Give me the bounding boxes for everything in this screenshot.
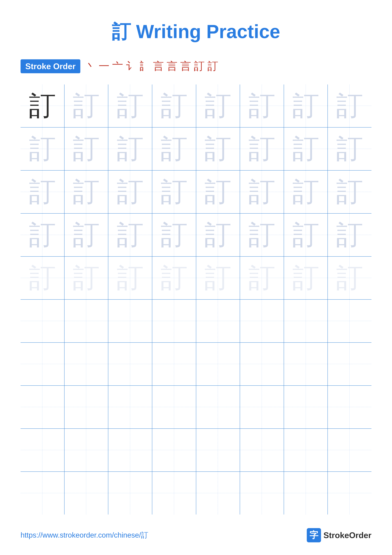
grid-row-6 — [21, 300, 371, 343]
grid-cell[interactable] — [284, 386, 328, 428]
grid-cell[interactable]: 訂 — [284, 214, 328, 256]
grid-cell[interactable] — [108, 429, 152, 471]
grid-cell[interactable] — [328, 300, 371, 342]
grid-cell[interactable] — [152, 343, 196, 385]
grid-cell[interactable]: 訂 — [64, 257, 108, 299]
grid-cell[interactable] — [284, 429, 328, 471]
grid-row-9 — [21, 429, 371, 472]
grid-cell[interactable] — [196, 343, 240, 385]
grid-cell[interactable] — [64, 472, 108, 514]
grid-cell[interactable]: 訂 — [21, 214, 64, 256]
grid-cell[interactable]: 訂 — [108, 171, 152, 213]
grid-cell[interactable]: 訂 — [284, 257, 328, 299]
grid-cell[interactable] — [64, 343, 108, 385]
grid-cell[interactable] — [328, 429, 371, 471]
footer-logo: 字 StrokeOrder — [307, 528, 371, 542]
grid-cell[interactable]: 訂 — [196, 214, 240, 256]
grid-cell[interactable]: 訂 — [21, 128, 64, 170]
grid-cell[interactable]: 訂 — [64, 85, 108, 127]
grid-cell[interactable]: 訂 — [108, 128, 152, 170]
grid-cell[interactable]: 訂 — [196, 85, 240, 127]
grid-row-1: 訂 訂 訂 訂 訂 訂 訂 訂 — [21, 85, 371, 128]
grid-cell[interactable] — [108, 300, 152, 342]
grid-row-10 — [21, 472, 371, 514]
grid-cell[interactable] — [152, 472, 196, 514]
grid-cell[interactable]: 訂 — [240, 85, 284, 127]
grid-cell[interactable]: 訂 — [152, 85, 196, 127]
grid-cell[interactable]: 訂 — [108, 257, 152, 299]
grid-cell[interactable]: 訂 — [108, 214, 152, 256]
grid-cell[interactable]: 訂 — [21, 257, 64, 299]
grid-cell[interactable] — [196, 472, 240, 514]
cell-char-light: 訂 — [249, 135, 275, 162]
grid-cell[interactable]: 訂 — [64, 214, 108, 256]
grid-cell[interactable]: 訂 — [240, 128, 284, 170]
grid-cell[interactable]: 訂 — [152, 257, 196, 299]
grid-cell[interactable]: 訂 — [64, 128, 108, 170]
grid-cell[interactable] — [64, 300, 108, 342]
grid-cell[interactable] — [152, 386, 196, 428]
page-title: 訂 Writing Practice — [0, 0, 392, 54]
grid-cell[interactable] — [196, 300, 240, 342]
grid-cell[interactable] — [21, 343, 64, 385]
grid-cell[interactable] — [240, 472, 284, 514]
grid-cell[interactable] — [21, 472, 64, 514]
grid-cell[interactable] — [64, 429, 108, 471]
grid-cell[interactable]: 訂 — [240, 214, 284, 256]
grid-row-8 — [21, 386, 371, 429]
grid-cell[interactable]: 訂 — [284, 128, 328, 170]
grid-cell[interactable] — [108, 472, 152, 514]
grid-cell[interactable]: 訂 — [284, 171, 328, 213]
grid-cell[interactable]: 訂 — [196, 128, 240, 170]
cell-char-light: 訂 — [161, 135, 187, 162]
grid-cell[interactable]: 訂 — [328, 214, 371, 256]
grid-cell[interactable] — [152, 429, 196, 471]
grid-cell[interactable] — [328, 386, 371, 428]
grid-cell[interactable] — [21, 300, 64, 342]
grid-row-4: 訂 訂 訂 訂 訂 訂 訂 訂 — [21, 214, 371, 257]
grid-cell[interactable]: 訂 — [240, 257, 284, 299]
grid-cell[interactable] — [152, 300, 196, 342]
grid-cell[interactable] — [240, 300, 284, 342]
grid-cell[interactable]: 訂 — [152, 214, 196, 256]
cell-char-light: 訂 — [29, 221, 56, 248]
footer-url[interactable]: https://www.strokeorder.com/chinese/訂 — [21, 530, 148, 540]
grid-cell[interactable] — [240, 429, 284, 471]
grid-cell[interactable] — [21, 386, 64, 428]
grid-cell[interactable] — [284, 300, 328, 342]
grid-cell[interactable] — [328, 472, 371, 514]
grid-cell[interactable]: 訂 — [328, 128, 371, 170]
grid-cell[interactable] — [108, 343, 152, 385]
grid-cell[interactable]: 訂 — [21, 85, 64, 127]
grid-cell[interactable]: 訂 — [152, 171, 196, 213]
grid-cell[interactable]: 訂 — [328, 171, 371, 213]
grid-cell[interactable] — [196, 386, 240, 428]
grid-row-7 — [21, 343, 371, 386]
cell-char-light: 訂 — [161, 264, 187, 292]
grid-cell[interactable] — [196, 429, 240, 471]
cell-char-light: 訂 — [73, 135, 100, 162]
grid-cell[interactable] — [240, 386, 284, 428]
grid-cell[interactable]: 訂 — [196, 257, 240, 299]
grid-cell[interactable]: 訂 — [328, 85, 371, 127]
cell-char-dark: 訂 — [29, 92, 56, 119]
grid-cell[interactable] — [240, 343, 284, 385]
grid-cell[interactable]: 訂 — [240, 171, 284, 213]
practice-grid-container: 訂 訂 訂 訂 訂 訂 訂 訂 訂 訂 訂 訂 訂 訂 訂 訂 訂 訂 訂 訂 … — [0, 85, 392, 514]
grid-cell[interactable]: 訂 — [152, 128, 196, 170]
grid-cell[interactable] — [284, 472, 328, 514]
stroke-seq-char-8: 言 — [180, 59, 191, 73]
grid-cell[interactable]: 訂 — [21, 171, 64, 213]
grid-cell[interactable]: 訂 — [108, 85, 152, 127]
grid-cell[interactable]: 訂 — [328, 257, 371, 299]
grid-cell[interactable] — [284, 343, 328, 385]
grid-cell[interactable]: 訂 — [64, 171, 108, 213]
grid-cell[interactable]: 訂 — [196, 171, 240, 213]
grid-cell[interactable] — [21, 429, 64, 471]
cell-char-light: 訂 — [161, 92, 187, 119]
cell-char-light: 訂 — [292, 264, 319, 292]
grid-cell[interactable] — [64, 386, 108, 428]
grid-cell[interactable] — [108, 386, 152, 428]
grid-cell[interactable] — [328, 343, 371, 385]
grid-cell[interactable]: 訂 — [284, 85, 328, 127]
